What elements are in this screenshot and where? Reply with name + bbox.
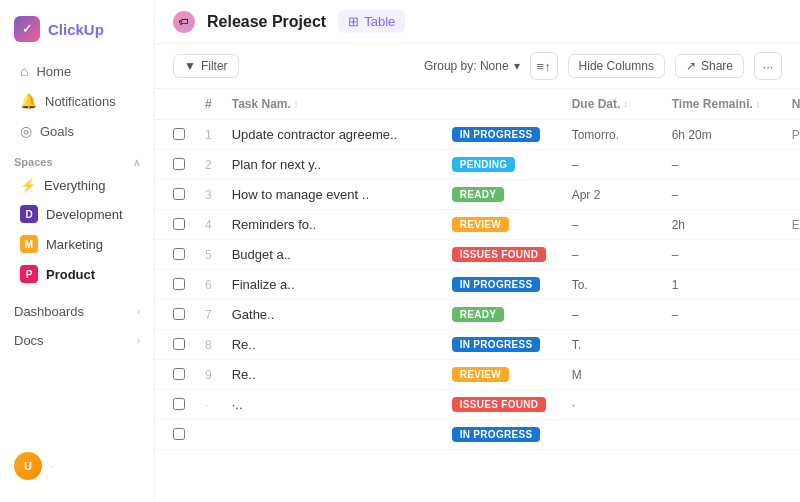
- time-remaining-cell: –: [662, 180, 782, 210]
- sort-button[interactable]: ≡↑: [530, 52, 558, 80]
- sidebar-item-everything[interactable]: ⚡ Everything: [6, 173, 148, 198]
- table-row[interactable]: 6Finalize a..IN PROGRESSTo.1: [155, 270, 800, 300]
- table-row[interactable]: 1Update contractor agreeme..IN PROGRESST…: [155, 120, 800, 150]
- sidebar-item-notifications[interactable]: 🔔 Notifications: [6, 87, 148, 115]
- row-checkbox-cell: [155, 270, 195, 300]
- sort-icon: ↕: [623, 99, 628, 109]
- row-number: 9: [195, 360, 222, 390]
- table-row[interactable]: 7Gathe..READY––: [155, 300, 800, 330]
- row-checkbox[interactable]: [173, 158, 185, 170]
- table-row[interactable]: IN PROGRESS: [155, 420, 800, 450]
- status-badge: ISSUES FOUND: [452, 247, 547, 262]
- col-checkbox: [155, 89, 195, 120]
- chevron-right-icon: ›: [137, 306, 140, 317]
- time-remaining-cell: –: [662, 300, 782, 330]
- row-checkbox[interactable]: [173, 278, 185, 290]
- row-checkbox[interactable]: [173, 128, 185, 140]
- task-name-cell[interactable]: Re..: [222, 330, 442, 360]
- table-row[interactable]: 3How to manage event ..READYApr 2–: [155, 180, 800, 210]
- task-name-cell[interactable]: Plan for next y..: [222, 150, 442, 180]
- row-checkbox[interactable]: [173, 218, 185, 230]
- chevron-down-icon: ▾: [514, 59, 520, 73]
- task-name-cell[interactable]: ·..: [222, 390, 442, 420]
- development-dot: D: [20, 205, 38, 223]
- sidebar-item-dashboards[interactable]: Dashboards ›: [0, 297, 154, 326]
- table-row[interactable]: 8Re..IN PROGRESST.: [155, 330, 800, 360]
- due-date-cell: [562, 420, 662, 450]
- notes-cell: [782, 300, 800, 330]
- due-date-cell: –: [562, 150, 662, 180]
- col-due[interactable]: Due Dat.↕: [562, 89, 662, 120]
- share-button[interactable]: ↗ Share: [675, 54, 744, 78]
- time-remaining-cell: 6h 20m: [662, 120, 782, 150]
- sidebar-item-docs[interactable]: Docs ›: [0, 326, 154, 355]
- table-row[interactable]: 9Re..REVIEWM: [155, 360, 800, 390]
- time-remaining-cell: [662, 330, 782, 360]
- row-number: 7: [195, 300, 222, 330]
- task-name-cell[interactable]: Reminders fo..: [222, 210, 442, 240]
- sidebar-item-product[interactable]: P Product: [6, 260, 148, 288]
- table-header-row: # Task Nam.↕ Due Dat.↕ Time Remaini.↕ No…: [155, 89, 800, 120]
- sidebar-item-goals[interactable]: ◎ Goals: [6, 117, 148, 145]
- row-checkbox[interactable]: [173, 248, 185, 260]
- time-remaining-cell: –: [662, 150, 782, 180]
- sort-icon: ≡↑: [537, 59, 551, 74]
- user-avatar[interactable]: U: [14, 452, 42, 480]
- row-number: 2: [195, 150, 222, 180]
- sidebar-item-development[interactable]: D Development: [6, 200, 148, 228]
- table-row[interactable]: 4Reminders fo..REVIEW–2hExecu.: [155, 210, 800, 240]
- sidebar: ✓ ClickUp ⌂ Home 🔔 Notifications ◎ Goals…: [0, 0, 155, 502]
- sidebar-item-home[interactable]: ⌂ Home: [6, 57, 148, 85]
- row-checkbox[interactable]: [173, 398, 185, 410]
- row-checkbox[interactable]: [173, 428, 185, 440]
- user-status-icon: ·: [50, 460, 53, 472]
- table-row[interactable]: 5Budget a..ISSUES FOUND––: [155, 240, 800, 270]
- product-dot: P: [20, 265, 38, 283]
- due-date-cell: Tomorro.: [562, 120, 662, 150]
- sidebar-item-marketing[interactable]: M Marketing: [6, 230, 148, 258]
- task-name-cell[interactable]: Update contractor agreeme..: [222, 120, 442, 150]
- sort-icon: ↕: [756, 99, 761, 109]
- sidebar-item-label: Notifications: [45, 94, 116, 109]
- group-by-selector[interactable]: Group by: None ▾: [424, 59, 520, 73]
- chevron-icon: ∧: [133, 157, 140, 168]
- status-badge: REVIEW: [452, 217, 509, 232]
- marketing-dot: M: [20, 235, 38, 253]
- row-checkbox[interactable]: [173, 188, 185, 200]
- status-cell: PENDING: [442, 150, 562, 180]
- col-task[interactable]: Task Nam.↕: [222, 89, 442, 120]
- project-title: Release Project: [207, 13, 326, 31]
- col-notes[interactable]: Note.↕: [782, 89, 800, 120]
- hide-columns-button[interactable]: Hide Columns: [568, 54, 665, 78]
- table-view-tab[interactable]: ⊞ Table: [338, 10, 405, 33]
- task-name-cell[interactable]: Gathe..: [222, 300, 442, 330]
- row-checkbox-cell: [155, 120, 195, 150]
- more-options-button[interactable]: ···: [754, 52, 782, 80]
- page-header: 🏷 Release Project ⊞ Table: [155, 0, 800, 44]
- task-name-cell[interactable]: Re..: [222, 360, 442, 390]
- row-checkbox-cell: [155, 150, 195, 180]
- row-number: ·: [195, 390, 222, 420]
- table-row[interactable]: 2Plan for next y..PENDING––: [155, 150, 800, 180]
- row-checkbox[interactable]: [173, 368, 185, 380]
- task-name-cell[interactable]: How to manage event ..: [222, 180, 442, 210]
- row-checkbox[interactable]: [173, 308, 185, 320]
- status-cell: IN PROGRESS: [442, 270, 562, 300]
- row-checkbox-cell: [155, 240, 195, 270]
- notes-cell: [782, 270, 800, 300]
- col-time[interactable]: Time Remaini.↕: [662, 89, 782, 120]
- task-name-cell[interactable]: Finalize a..: [222, 270, 442, 300]
- filter-button[interactable]: ▼ Filter: [173, 54, 239, 78]
- table-row[interactable]: ··..ISSUES FOUND·: [155, 390, 800, 420]
- task-name-cell[interactable]: Budget a..: [222, 240, 442, 270]
- col-num[interactable]: #: [195, 89, 222, 120]
- logo[interactable]: ✓ ClickUp: [0, 12, 154, 56]
- row-number: 1: [195, 120, 222, 150]
- row-checkbox[interactable]: [173, 338, 185, 350]
- time-remaining-cell: [662, 390, 782, 420]
- status-badge: READY: [452, 187, 505, 202]
- group-by-label: Group by: None: [424, 59, 509, 73]
- toolbar: ▼ Filter Group by: None ▾ ≡↑ Hide Column…: [155, 44, 800, 89]
- status-cell: REVIEW: [442, 360, 562, 390]
- task-name-cell[interactable]: [222, 420, 442, 450]
